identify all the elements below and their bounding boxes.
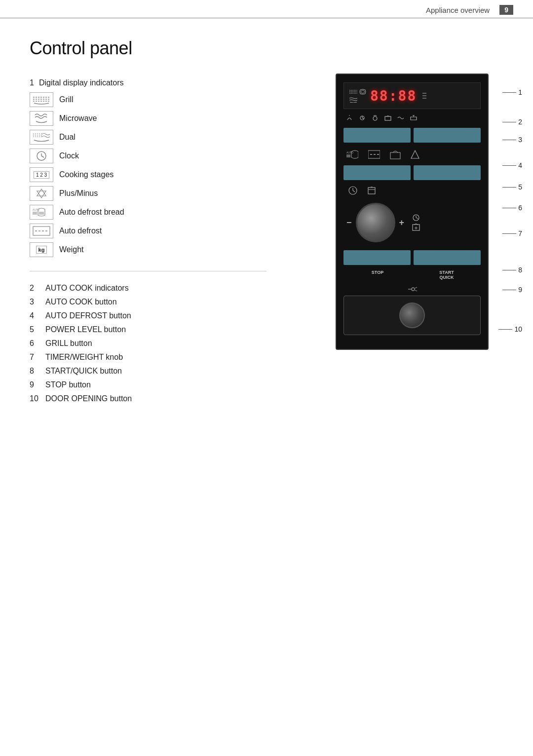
svg-point-30 xyxy=(373,116,377,120)
indicator-auto-defrost-bread: AUTO Auto defrost bread xyxy=(30,204,266,221)
item-5-num: 5 xyxy=(30,324,40,336)
door-opening-button[interactable] xyxy=(399,302,425,328)
cooking-stages-icon-box: 1 2 3 xyxy=(30,167,53,182)
indicator-auto-defrost: Auto defrost xyxy=(30,223,266,239)
callout-6: 6 xyxy=(502,204,522,212)
callout-4: 4 xyxy=(502,161,522,169)
svg-line-60 xyxy=(415,290,417,291)
display-area: 88:88 xyxy=(343,82,481,109)
grill-btn[interactable] xyxy=(414,165,481,180)
grill-symbol-icon xyxy=(347,186,358,195)
cooking-stages-text: 1 2 3 xyxy=(34,171,49,179)
microwave-icon-box xyxy=(30,111,53,126)
item-3: 3 AUTO COOK button xyxy=(30,296,266,308)
lock-icon xyxy=(406,286,418,294)
door-section xyxy=(343,286,481,335)
auto-cook-buttons[interactable] xyxy=(343,128,481,143)
page-header: Appliance overview 9 xyxy=(0,0,533,18)
item-3-label: AUTO COOK button xyxy=(45,296,117,308)
device-container: 88:88 xyxy=(336,74,503,350)
svg-line-29 xyxy=(362,118,364,119)
item-9-label: STOP button xyxy=(45,379,91,391)
item-7-label: TIMER/WEIGHT knob xyxy=(45,351,123,363)
indicator-list: Grill Microwave xyxy=(30,91,266,258)
triangle-icon xyxy=(411,150,419,159)
svg-line-8 xyxy=(41,156,44,157)
start-label: START xyxy=(439,270,454,275)
timer-weight-knob[interactable] xyxy=(356,203,395,242)
item-10-num: 10 xyxy=(30,393,40,405)
auto-cook-btn-left[interactable] xyxy=(343,128,411,143)
page-title: Control panel xyxy=(30,38,503,59)
auto-cook-btn-right[interactable] xyxy=(414,128,481,143)
weight-icon-box: kg xyxy=(30,242,53,257)
header-title: Appliance overview xyxy=(426,6,490,14)
section1-label: Digital display indicators xyxy=(39,78,124,87)
callout-number-2: 2 xyxy=(518,118,522,126)
stop-button-area[interactable] xyxy=(343,250,411,265)
power-level-btn[interactable] xyxy=(343,165,411,180)
auto-defrost-bread-label: Auto defrost bread xyxy=(59,208,124,217)
divider xyxy=(30,271,266,271)
callout-number-4: 4 xyxy=(518,161,522,169)
stop-start-labels: STOP START QUICK xyxy=(343,270,481,280)
quick-label: QUICK xyxy=(440,275,454,280)
auto-defrost-icon-box xyxy=(30,224,53,238)
callout-number-1: 1 xyxy=(518,88,522,96)
item-9: 9 STOP button xyxy=(30,379,266,391)
microwave-label: Microwave xyxy=(59,114,97,123)
clock-label: Clock xyxy=(59,151,79,160)
weight-icon xyxy=(390,150,401,159)
indicator-plus-minus: Plus/Minus xyxy=(30,185,266,202)
svg-line-59 xyxy=(415,287,417,288)
power-level-buttons[interactable] xyxy=(343,165,481,180)
start-stop-buttons[interactable] xyxy=(343,250,481,265)
item-5: 5 POWER LEVEL button xyxy=(30,324,266,336)
start-quick-button-area[interactable] xyxy=(414,250,481,265)
item-6-num: 6 xyxy=(30,338,40,349)
callout-number-5: 5 xyxy=(518,183,522,191)
item-4-label: AUTO DEFROST button xyxy=(45,310,131,322)
dual-label: Dual xyxy=(59,133,76,142)
door-button-area[interactable] xyxy=(343,296,481,335)
defrost-bread-icon xyxy=(368,150,380,159)
item-2: 2 AUTO COOK indicators xyxy=(30,282,266,294)
icons-row-2 xyxy=(343,113,481,123)
item-9-num: 9 xyxy=(30,379,40,391)
svg-text:AUTO: AUTO xyxy=(346,151,353,154)
item-4: 4 AUTO DEFROST button xyxy=(30,310,266,322)
knob-section: − + xyxy=(343,201,481,244)
callout-number-8: 8 xyxy=(518,266,522,274)
indicator-dual: Dual xyxy=(30,129,266,146)
minus-sign: − xyxy=(346,218,352,228)
item-10-label: DOOR OPENING button xyxy=(45,393,132,405)
item-8: 8 START/QUICK button xyxy=(30,365,266,377)
device-panel: 88:88 xyxy=(336,74,489,350)
callout-3: 3 xyxy=(502,136,522,144)
svg-rect-31 xyxy=(385,116,391,120)
item-10: 10 DOOR OPENING button xyxy=(30,393,266,405)
item-6-label: GRILL button xyxy=(45,338,92,349)
svg-line-46 xyxy=(353,190,355,192)
grill-label: Grill xyxy=(59,95,73,104)
section1-number: 1 xyxy=(30,78,34,87)
left-panel: 1 Digital display indicators Gril xyxy=(30,74,266,405)
callout-number-9: 9 xyxy=(518,286,522,294)
right-icons xyxy=(411,214,421,231)
svg-rect-47 xyxy=(368,188,375,194)
callout-number-6: 6 xyxy=(518,204,522,212)
dual-icon-box xyxy=(30,130,53,145)
auto-defrost-bread-icon-box: AUTO xyxy=(30,205,53,220)
header-page-number: 9 xyxy=(499,5,513,15)
weight-label: Weight xyxy=(59,245,84,254)
cooking-stages-label: Cooking stages xyxy=(59,170,114,179)
callout-5: 5 xyxy=(502,183,522,191)
clock-icon-box xyxy=(30,149,53,163)
auto-defrost-label: Auto defrost xyxy=(59,227,102,235)
callout-number-10: 10 xyxy=(514,325,522,333)
section1-header: 1 Digital display indicators xyxy=(30,78,266,87)
callout-10: 10 xyxy=(498,325,522,333)
svg-marker-9 xyxy=(37,189,46,196)
callout-number-3: 3 xyxy=(518,136,522,144)
indicator-clock: Clock xyxy=(30,148,266,164)
